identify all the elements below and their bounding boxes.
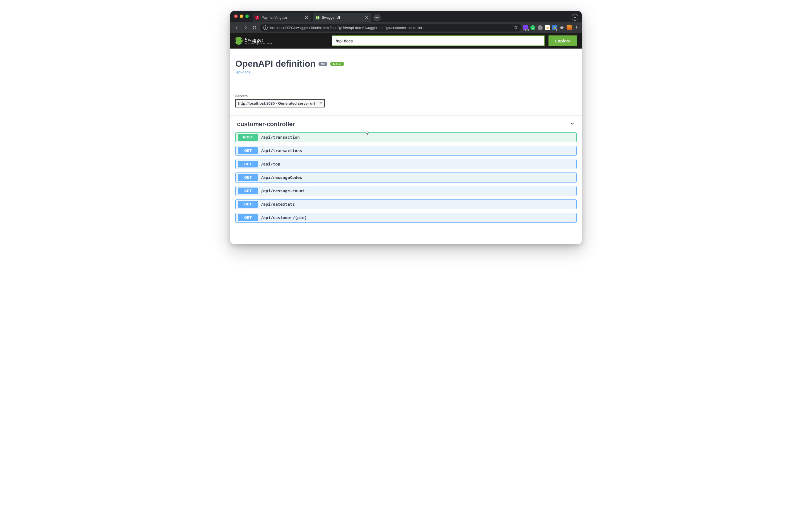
swagger-logo: {··} Swagger Supported by SMARTBEAR (235, 37, 273, 45)
extension-icon[interactable]: 🔒0 (552, 25, 557, 30)
account-avatar-icon[interactable] (572, 14, 578, 21)
reload-button[interactable] (251, 24, 258, 31)
operation-row[interactable]: GET/api/top (235, 159, 577, 169)
bookmark-star-icon[interactable] (514, 25, 518, 30)
endpoint-path: /api/customer/{pid} (261, 215, 307, 220)
operation-row[interactable]: GET/api/message-count (235, 186, 577, 196)
http-method-badge: GET (238, 214, 258, 221)
close-tab-icon[interactable] (365, 16, 369, 20)
svg-point-1 (576, 27, 577, 28)
spec-url-input[interactable] (332, 35, 545, 46)
servers-label: Servers (235, 94, 577, 98)
window-controls (234, 15, 249, 18)
forward-button[interactable] (242, 24, 249, 31)
swagger-mark-icon: {··} (235, 37, 242, 45)
http-method-badge: GET (238, 174, 258, 181)
extension-icon[interactable]: ▦ (545, 25, 550, 30)
address-bar[interactable]: i localhost:8080/swagger-ui/index.html?c… (260, 24, 521, 31)
operation-row[interactable]: POST/api/transaction (235, 132, 577, 142)
http-method-badge: GET (238, 188, 258, 194)
endpoint-path: /api/transaction (261, 135, 300, 140)
profile-avatar[interactable] (567, 25, 572, 30)
swagger-topbar: {··} Swagger Supported by SMARTBEAR Expl… (230, 33, 582, 49)
endpoint-path: /api/dateStats (261, 202, 295, 207)
tab-label: PaymentAngular (262, 16, 302, 20)
angular-icon: A (255, 16, 259, 20)
endpoint-path: /api/transactions (261, 148, 302, 153)
extension-icon[interactable] (538, 25, 543, 30)
oas-badge: OAS3 (330, 62, 344, 66)
operations-list: POST/api/transactionGET/api/transactions… (235, 131, 577, 223)
brand-name: Swagger (245, 37, 263, 43)
svg-point-0 (576, 26, 577, 27)
back-button[interactable] (233, 24, 240, 31)
endpoint-path: /api/top (261, 162, 280, 166)
site-info-icon[interactable]: i (263, 25, 268, 30)
http-method-badge: POST (238, 134, 258, 141)
server-select[interactable]: http://localhost:8080 - Generated server… (235, 99, 325, 107)
browser-window: A PaymentAngular { } Swagger UI (230, 11, 582, 244)
http-method-badge: GET (238, 147, 258, 154)
http-method-badge: GET (238, 161, 258, 167)
url-host: localhost:8080/swagger-ui/index.html?con… (270, 26, 423, 30)
extension-icon[interactable]: 10 (523, 25, 528, 30)
tag-customer-controller[interactable]: customer-controller (235, 115, 577, 131)
operation-row[interactable]: GET/api/customer/{pid} (235, 213, 577, 223)
minimize-window-button[interactable] (240, 15, 243, 18)
endpoint-path: /api/messageCodes (261, 175, 302, 180)
chevron-down-icon (570, 121, 575, 128)
svg-point-2 (576, 28, 577, 29)
new-tab-button[interactable] (373, 14, 381, 22)
tag-name: customer-controller (237, 120, 295, 128)
http-method-badge: GET (238, 201, 258, 208)
browser-toolbar: i localhost:8080/swagger-ui/index.html?c… (230, 22, 582, 33)
endpoint-path: /api/message-count (261, 189, 304, 193)
browser-tabstrip: A PaymentAngular { } Swagger UI (230, 11, 582, 22)
version-badge: v0 (318, 62, 327, 66)
server-selected-value: http://localhost:8080 - Generated server… (238, 101, 315, 106)
spec-link[interactable]: /api-docs (235, 70, 250, 74)
extensions-puzzle-icon[interactable] (559, 25, 564, 30)
chevron-down-icon (319, 101, 323, 106)
explore-button[interactable]: Explore (549, 35, 577, 46)
operation-row[interactable]: GET/api/messageCodes (235, 172, 577, 183)
operation-row[interactable]: GET/api/transactions (235, 146, 577, 156)
swagger-body: OpenAPI definition v0 OAS3 /api-docs Ser… (230, 49, 582, 244)
tab-label: Swagger UI (322, 16, 362, 20)
close-tab-icon[interactable] (304, 16, 309, 20)
api-title: OpenAPI definition (235, 59, 316, 69)
close-window-button[interactable] (234, 15, 238, 18)
browser-menu-icon[interactable] (574, 25, 579, 30)
grammarly-icon[interactable]: G (530, 25, 535, 30)
operation-row[interactable]: GET/api/dateStats (235, 199, 577, 209)
maximize-window-button[interactable] (245, 15, 249, 18)
swagger-icon: { } (316, 16, 320, 20)
browser-tab-paymentangular[interactable]: A PaymentAngular (253, 13, 311, 22)
brand-subtitle: Supported by SMARTBEAR (245, 43, 273, 45)
extension-icons: 10 G ▦ 🔒0 (523, 25, 579, 30)
browser-tab-swaggerui[interactable]: { } Swagger UI (313, 13, 371, 22)
